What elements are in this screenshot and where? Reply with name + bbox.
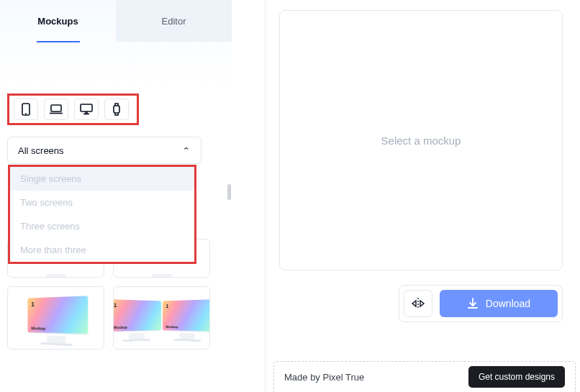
phone-icon	[22, 103, 30, 116]
action-bar: Download	[399, 285, 563, 322]
custom-designs-button[interactable]: Get custom designs	[468, 366, 565, 388]
dropdown-option-more[interactable]: More than three	[10, 238, 194, 262]
tab-editor[interactable]: Editor	[116, 0, 232, 42]
left-panel: Mockups Editor All screens ⌃ Single scre…	[0, 0, 232, 392]
mockup-number: 1	[31, 301, 34, 308]
footer-strip: Made by Pixel True Get custom designs	[273, 361, 576, 392]
mockup-label: Mockup	[113, 325, 127, 329]
mockup-label: Mockup	[166, 325, 178, 329]
device-type-group	[7, 94, 139, 125]
dropdown-option-two[interactable]: Two screens	[10, 191, 194, 214]
svg-rect-4	[81, 104, 92, 111]
mirror-icon	[411, 297, 425, 310]
download-button[interactable]: Download	[440, 290, 558, 317]
screens-dropdown-label: All screens	[18, 145, 64, 156]
mockup-card[interactable]: 1 Mockup 1 Mockup	[113, 286, 210, 350]
svg-rect-2	[51, 105, 61, 111]
mockup-number: 1	[166, 303, 168, 309]
mirror-button[interactable]	[404, 290, 432, 317]
tabs: Mockups Editor	[0, 0, 232, 42]
mockup-card[interactable]: 1 Mockup	[7, 286, 104, 350]
canvas-placeholder: Select a mockup	[381, 135, 461, 147]
svg-rect-8	[114, 106, 119, 113]
watch-icon	[112, 103, 121, 116]
device-watch-button[interactable]	[104, 99, 129, 120]
dropdown-option-three[interactable]: Three screens	[10, 214, 194, 238]
screens-dropdown-header[interactable]: All screens ⌃	[8, 137, 201, 163]
screens-dropdown[interactable]: All screens ⌃ Single screens Two screens…	[7, 137, 201, 164]
scrollbar-thumb[interactable]	[227, 184, 231, 200]
laptop-icon	[49, 104, 63, 114]
screens-dropdown-list: Single screens Two screens Three screens…	[8, 165, 196, 264]
device-laptop-button[interactable]	[44, 99, 68, 120]
dropdown-option-single[interactable]: Single screens	[10, 167, 194, 191]
mockup-grid: 1 Mockup 1 Mockup 1 Mockup	[7, 286, 216, 350]
download-label: Download	[486, 298, 530, 309]
tab-mockups[interactable]: Mockups	[0, 0, 116, 42]
desktop-icon	[80, 104, 93, 115]
mockup-label: Mockup	[31, 326, 45, 330]
device-phone-button[interactable]	[14, 99, 38, 120]
mockup-number: 1	[113, 302, 116, 309]
device-desktop-button[interactable]	[74, 99, 99, 120]
footer-credit: Made by Pixel True	[284, 372, 364, 383]
download-icon	[467, 298, 479, 309]
preview-canvas: Select a mockup	[279, 10, 563, 270]
panel-divider	[265, 0, 266, 392]
chevron-up-icon: ⌃	[182, 146, 191, 155]
